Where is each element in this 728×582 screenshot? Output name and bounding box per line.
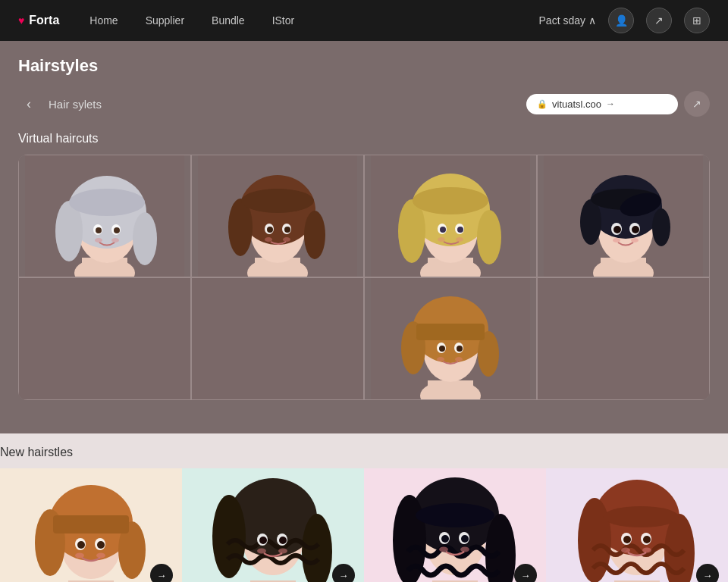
new-hairstyles-section: New hairstles: [0, 433, 728, 582]
svg-point-40: [438, 237, 445, 242]
svg-point-111: [441, 535, 449, 543]
nav-bundle[interactable]: Bundle: [212, 14, 245, 27]
svg-point-7: [69, 189, 145, 216]
svg-point-11: [114, 227, 120, 233]
svg-point-125: [623, 536, 631, 543]
arrow-button[interactable]: ↗: [646, 8, 672, 33]
new-section-title: New hairstles: [0, 446, 728, 459]
svg-point-71: [437, 357, 444, 361]
card-arrow-auburn-waves[interactable]: →: [696, 564, 719, 582]
svg-point-108: [416, 503, 494, 527]
svg-point-99: [257, 549, 266, 554]
arrow-icon: ↗: [654, 14, 664, 27]
user-button[interactable]: 👤: [608, 8, 634, 33]
pact-label: Pact sday: [539, 14, 585, 27]
grid-button[interactable]: ⊞: [684, 8, 710, 33]
url-bar[interactable]: 🔒 vituatsl.coo →: [526, 94, 678, 114]
svg-point-70: [457, 346, 463, 352]
new-card-warm-bob[interactable]: →: [0, 468, 182, 582]
svg-point-100: [278, 549, 287, 554]
svg-point-10: [96, 227, 102, 233]
card-arrow-black-waves[interactable]: →: [514, 564, 537, 582]
grid-cell-caramel-bowl[interactable]: [364, 277, 537, 400]
svg-point-113: [439, 547, 448, 552]
svg-rect-81: [53, 515, 129, 534]
grid-cell-silver-bob[interactable]: [18, 155, 191, 277]
new-card-auburn-waves[interactable]: →: [546, 468, 728, 582]
svg-point-48: [652, 208, 670, 246]
svg-rect-58: [198, 278, 357, 399]
pact-chevron-icon: ∧: [588, 14, 596, 27]
logo[interactable]: ♥ Forta: [18, 14, 59, 27]
svg-point-72: [455, 357, 463, 361]
svg-point-53: [613, 226, 621, 233]
new-card-black-waves[interactable]: →: [364, 468, 546, 582]
share-icon: ↗: [692, 98, 701, 110]
breadcrumb-bar: ‹ Hair sylets 🔒 vituatsl.coo → ↗: [18, 91, 710, 117]
share-button[interactable]: ↗: [684, 91, 710, 117]
main-content: Hairstyles ‹ Hair sylets 🔒 vituatsl.coo …: [0, 41, 728, 433]
svg-rect-57: [25, 278, 184, 399]
svg-point-39: [457, 227, 463, 233]
svg-point-87: [96, 553, 105, 559]
svg-point-85: [97, 541, 105, 549]
svg-point-24: [267, 227, 273, 233]
svg-point-25: [284, 227, 290, 233]
grid-icon: ⊞: [692, 14, 701, 27]
back-button[interactable]: ‹: [18, 93, 39, 114]
svg-point-114: [460, 547, 469, 552]
svg-point-93: [212, 495, 246, 578]
virtual-section-title: Virtual haircuts: [18, 132, 710, 146]
grid-cell-empty-3: [537, 277, 710, 400]
svg-rect-66: [416, 324, 485, 340]
svg-point-86: [75, 553, 84, 559]
nav-home[interactable]: Home: [89, 14, 118, 27]
svg-rect-61: [428, 380, 473, 399]
svg-point-47: [580, 199, 601, 245]
svg-point-41: [456, 237, 463, 242]
svg-point-126: [643, 536, 651, 543]
card-arrow-dark-waves[interactable]: →: [332, 564, 355, 582]
pact-menu[interactable]: Pact sday ∧: [539, 14, 596, 27]
url-arrow-icon: →: [606, 99, 615, 109]
new-hairstyles-grid: →: [0, 468, 728, 582]
svg-point-122: [603, 506, 679, 527]
svg-point-112: [461, 535, 469, 543]
svg-point-128: [642, 548, 651, 553]
new-card-dark-waves[interactable]: →: [182, 468, 364, 582]
navbar: ♥ Forta Home Supplier Bundle IStor Pact …: [0, 0, 728, 41]
svg-point-12: [95, 238, 102, 242]
grid-cell-empty-2: [191, 277, 364, 400]
grid-cell-black-short[interactable]: [537, 155, 710, 277]
grid-cell-empty-1: [18, 277, 191, 400]
nav-right: Pact sday ∧ 👤 ↗ ⊞: [539, 8, 710, 33]
svg-point-34: [477, 210, 501, 264]
nav-istor[interactable]: IStor: [272, 14, 295, 27]
user-icon: 👤: [615, 14, 628, 27]
logo-heart-icon: ♥: [18, 14, 24, 27]
svg-point-20: [304, 211, 325, 259]
url-text: vituatsl.coo: [552, 99, 601, 110]
svg-point-27: [283, 237, 290, 242]
breadcrumb-text: Hair sylets: [49, 98, 102, 111]
svg-point-98: [279, 537, 287, 544]
logo-name: Forta: [29, 14, 59, 27]
svg-point-38: [440, 227, 446, 233]
svg-point-127: [621, 548, 630, 553]
breadcrumb-right: 🔒 vituatsl.coo → ↗: [526, 91, 710, 117]
card-arrow-warm-bob[interactable]: →: [150, 564, 173, 582]
svg-point-55: [613, 238, 620, 242]
grid-cell-blonde-bob[interactable]: [364, 155, 537, 277]
svg-point-69: [439, 346, 445, 352]
grid-cell-brown-bob[interactable]: [191, 155, 364, 277]
svg-point-84: [77, 541, 85, 549]
nav-supplier[interactable]: Supplier: [146, 14, 184, 27]
svg-point-35: [413, 187, 488, 214]
svg-point-21: [241, 189, 314, 213]
svg-point-97: [259, 537, 267, 544]
virtual-haircuts-grid: [18, 155, 710, 400]
breadcrumb-left: ‹ Hair sylets: [18, 93, 102, 114]
svg-point-54: [632, 226, 639, 233]
nav-links: Home Supplier Bundle IStor: [89, 14, 538, 27]
svg-rect-73: [544, 278, 703, 399]
